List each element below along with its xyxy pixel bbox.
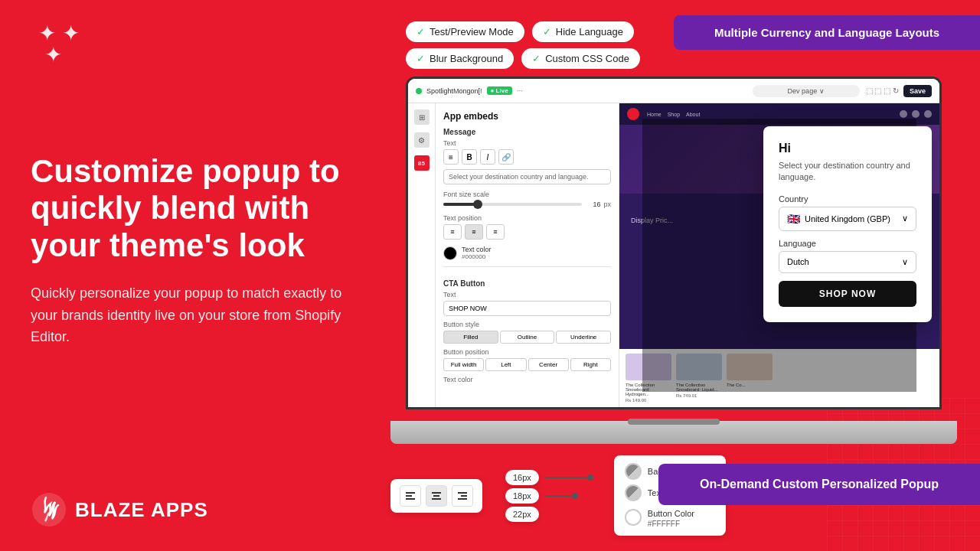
button-pos-row: Full width Left Center Right	[443, 358, 611, 371]
text-color-swatch[interactable]	[625, 484, 642, 501]
btn-style-underline[interactable]: Underline	[556, 331, 611, 344]
svg-rect-1	[406, 492, 415, 494]
panel-title: App embeds	[443, 111, 611, 122]
badge-check-icon-4: ✓	[532, 53, 541, 64]
align-left-btn[interactable]: ≡	[443, 224, 462, 240]
text-color-swatch[interactable]	[443, 246, 457, 260]
cta-section: CTA Button Text SHOP NOW Button style Fi…	[443, 266, 611, 371]
btn-pos-right[interactable]: Right	[570, 358, 611, 371]
badge-test-preview: ✓ Test/Preview Mode	[406, 21, 524, 42]
text-label: Text	[443, 139, 611, 147]
font-size-slider[interactable]	[443, 203, 582, 206]
align-ctrl-center[interactable]	[426, 485, 447, 507]
logo-text: BLAZE APPS	[75, 498, 208, 522]
text-color-hex: #000000	[462, 253, 492, 260]
laptop-screen: SpotlightMongon[! ● Live ··· Dev page ∨ …	[406, 77, 942, 409]
size-controls-group: 16px 18px 22px	[505, 470, 591, 522]
format-btn-bold[interactable]: B	[462, 149, 477, 165]
size-badge-18[interactable]: 18px	[505, 488, 539, 504]
dropdown-arrow-2: ∨	[902, 257, 908, 267]
laptop-notch	[628, 419, 720, 425]
editor-topbar-left: SpotlightMongon[! ● Live ···	[416, 86, 746, 95]
btn-style-filled[interactable]: Filled	[443, 331, 498, 344]
badge-custom-css: ✓ Custom CSS Code	[521, 48, 640, 69]
svg-rect-3	[406, 498, 415, 500]
search-icon-sm	[900, 110, 907, 118]
format-btn-italic[interactable]: I	[480, 149, 495, 165]
cta-text-input[interactable]: SHOP NOW	[443, 301, 611, 316]
cart-icon-sm	[912, 110, 920, 118]
editor-sidebar-icons: ⊞ ⚙ 85	[408, 103, 436, 407]
btn-color-value: #FFFFFF	[648, 520, 694, 528]
size-badge-22[interactable]: 22px	[505, 507, 539, 522]
account-icon-sm	[924, 110, 932, 118]
laptop-mockup: SpotlightMongon[! ● Live ··· Dev page ∨ …	[390, 77, 957, 444]
btn-color-row: Button Color #FFFFFF	[625, 506, 715, 528]
shopify-editor: SpotlightMongon[! ● Live ··· Dev page ∨ …	[408, 79, 939, 407]
size-badge-16[interactable]: 16px	[505, 470, 539, 485]
live-badge: ● Live	[487, 86, 512, 95]
align-ctrl-left[interactable]	[400, 485, 421, 507]
banner-bottom: On-Demand Custom Personalized Popup	[658, 464, 980, 505]
font-size-label: Font size scale	[443, 191, 611, 198]
btn-pos-label: Button position	[443, 348, 611, 356]
font-size-value: 16	[585, 201, 600, 208]
svg-rect-6	[432, 498, 441, 500]
popup-overlay: Hi Select your destination country and l…	[642, 119, 916, 392]
language-value: Dutch	[787, 257, 809, 266]
badge-check-icon-3: ✓	[416, 53, 425, 64]
editor-panel: App embeds Message Text ≡ B I 🔗 Select y…	[436, 103, 619, 407]
sparkle-decoration: ✦ ✦ ✦	[38, 23, 80, 66]
left-section: ✦ ✦ ✦ Customize popup to quickly blend w…	[0, 0, 398, 551]
sidebar-icon-2[interactable]: ⚙	[414, 132, 430, 148]
format-btn-link[interactable]: 🔗	[498, 149, 514, 165]
popup-subtitle: Select your destination country and lang…	[779, 160, 916, 184]
badges-row-1: ✓ Test/Preview Mode ✓ Hide Language	[406, 21, 640, 42]
editor-body: ⊞ ⚙ 85 App embeds Message Text ≡ B I 🔗	[408, 103, 939, 407]
language-select[interactable]: Dutch ∨	[779, 251, 916, 273]
popup-title: Hi	[779, 142, 916, 155]
align-controls-group	[390, 479, 482, 513]
btn-style-label: Button style	[443, 321, 611, 328]
laptop-base	[390, 421, 957, 444]
btn-style-outline[interactable]: Outline	[500, 331, 555, 344]
btn-color-label: Button Color	[648, 509, 694, 518]
text-position-label: Text position	[443, 214, 611, 222]
svg-point-0	[32, 493, 66, 527]
text-align-row: ≡ ≡ ≡	[443, 224, 611, 240]
btn-pos-center[interactable]: Center	[528, 358, 569, 371]
store-logo	[627, 108, 639, 120]
text-input-area[interactable]: Select your destination country and lang…	[443, 169, 611, 184]
format-btn-bullet[interactable]: ≡	[443, 149, 459, 165]
svg-rect-7	[458, 492, 467, 494]
editor-topbar-center: Dev page ∨	[753, 85, 860, 97]
sidebar-icon-3[interactable]: 85	[414, 155, 430, 171]
blaze-logo-icon	[31, 491, 67, 528]
align-center-btn[interactable]: ≡	[465, 224, 483, 240]
btn-pos-full[interactable]: Full width	[443, 358, 484, 371]
text-color-section: Text color	[443, 376, 611, 383]
badge-hide-language: ✓ Hide Language	[532, 21, 634, 42]
bg-color-swatch[interactable]	[625, 463, 642, 480]
store-nav: Home Shop About	[647, 112, 700, 117]
save-button[interactable]: Save	[903, 85, 932, 97]
editor-topbar-right: ⬚ ⬚ ⬚ ↻ Save	[866, 85, 932, 97]
popup-shop-button[interactable]: SHOP NOW	[779, 281, 916, 307]
button-style-row: Filled Outline Underline	[443, 331, 611, 344]
language-label: Language	[779, 239, 916, 248]
subtext: Quickly personalize your popup to match …	[31, 282, 368, 348]
store-name: SpotlightMongon[!	[426, 87, 482, 95]
badges-row-2: ✓ Blur Background ✓ Custom CSS Code	[406, 48, 640, 69]
country-select[interactable]: 🇬🇧 United Kingdom (GBP) ∨	[779, 207, 916, 231]
badge-check-icon: ✓	[416, 26, 425, 37]
banner-top: Multiple Currency and Language Layouts	[674, 15, 980, 50]
sidebar-icon-1[interactable]: ⊞	[414, 109, 430, 125]
align-ctrl-right[interactable]	[452, 485, 473, 507]
align-right-btn[interactable]: ≡	[486, 224, 505, 240]
url-bar: Dev page ∨	[753, 85, 860, 97]
font-size-slider-row: 16 px	[443, 201, 611, 208]
btn-color-swatch[interactable]	[625, 509, 642, 526]
btn-pos-left[interactable]: Left	[485, 358, 526, 371]
svg-rect-5	[433, 495, 439, 497]
svg-rect-8	[461, 495, 467, 497]
